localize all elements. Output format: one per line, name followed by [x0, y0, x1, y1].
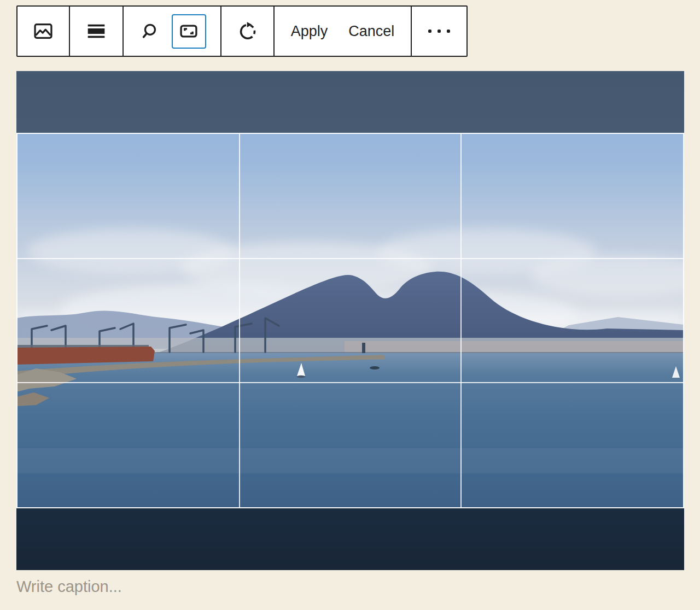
- block-toolbar: Apply Cancel: [16, 5, 468, 57]
- toolbar-group-rotate: [221, 7, 275, 56]
- crop-region[interactable]: [16, 133, 684, 508]
- cancel-button[interactable]: Cancel: [345, 21, 398, 42]
- alignment-button[interactable]: [84, 19, 109, 44]
- rule-of-thirds-line-horizontal-1: [18, 258, 683, 259]
- align-none-icon: [84, 19, 109, 44]
- toolbar-group-crop-tools: [124, 7, 221, 56]
- apply-button[interactable]: Apply: [288, 21, 331, 42]
- toolbar-group-more: [412, 7, 466, 56]
- crop-dim-overlay-top: [16, 71, 684, 133]
- image-crop-editor: Apply Cancel: [0, 0, 700, 610]
- more-options-icon: [428, 30, 450, 33]
- zoom-icon: [138, 19, 164, 44]
- toolbar-group-block-type: [18, 7, 70, 56]
- toolbar-group-actions: Apply Cancel: [275, 7, 412, 56]
- caption-input[interactable]: Write caption...: [16, 577, 684, 596]
- rule-of-thirds-line-vertical-2: [460, 134, 462, 507]
- rule-of-thirds-line-horizontal-2: [18, 382, 683, 383]
- crop-dim-overlay-bottom: [16, 508, 684, 570]
- image-block-button[interactable]: [31, 19, 56, 44]
- aspect-ratio-icon: [177, 19, 201, 43]
- toolbar-group-alignment: [70, 7, 124, 56]
- image-block-icon: [31, 19, 56, 44]
- more-options-button[interactable]: [428, 30, 450, 33]
- zoom-button[interactable]: [138, 19, 164, 44]
- rule-of-thirds-line-vertical-1: [239, 134, 240, 507]
- image-block: [16, 71, 684, 570]
- aspect-ratio-button[interactable]: [172, 14, 206, 49]
- rotate-button[interactable]: [235, 19, 260, 44]
- rotate-icon: [235, 19, 260, 44]
